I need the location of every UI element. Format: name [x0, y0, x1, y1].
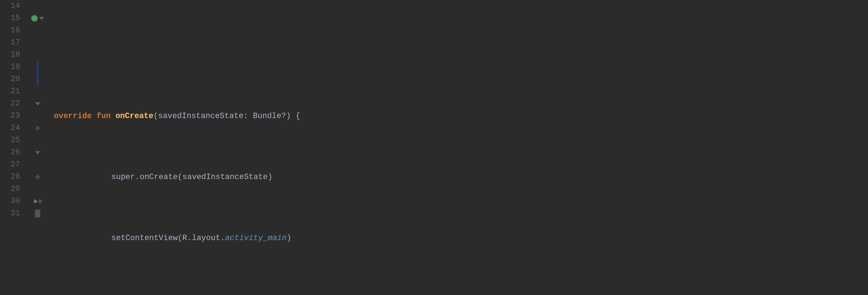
fold-icon-15[interactable]: [39, 17, 44, 20]
code-content: override fun onCreate(savedInstanceState…: [47, 0, 868, 295]
line-num-25: 25: [4, 134, 24, 146]
code-line-14: [54, 49, 868, 61]
gutter: [29, 0, 47, 295]
gutter-24: [29, 122, 47, 134]
scroll-indicator: [35, 210, 40, 217]
line-num-24: 24: [4, 122, 24, 134]
gutter-16: [29, 24, 47, 37]
line-num-31: 31: [4, 207, 24, 220]
gutter-20: [29, 73, 47, 85]
line-num-18: 18: [4, 49, 24, 61]
code-line-16: super.onCreate(savedInstanceState): [54, 171, 868, 183]
line-num-20: 20: [4, 73, 24, 85]
code-line-17: setContentView(R.layout.activity_main): [54, 233, 868, 245]
gutter-23: [29, 110, 47, 122]
code-line-15: override fun onCreate(savedInstanceState…: [54, 110, 868, 122]
code-editor: 14 15 16 17 18 19 20 21 22 23 24 25 26 2…: [0, 0, 868, 295]
ref-activity-main: activity_main: [225, 234, 287, 243]
param-savedinstancestate: savedInstanceState: [158, 110, 243, 122]
line-num-21: 21: [4, 85, 24, 98]
gutter-27: [29, 159, 47, 171]
play-icon-30[interactable]: [34, 199, 38, 203]
gutter-19: [29, 61, 47, 73]
gutter-21: [29, 85, 47, 98]
fold-icon-26[interactable]: [35, 151, 40, 154]
line-num-22: 22: [4, 98, 24, 110]
gutter-22[interactable]: [29, 98, 47, 110]
gutter-15[interactable]: [29, 12, 47, 24]
line-num-19: 19: [4, 61, 24, 73]
line-num-26: 26: [4, 146, 24, 159]
line-num-30: 30: [4, 195, 24, 207]
keyword-override: override: [54, 110, 92, 122]
line-num-28: 28: [4, 171, 24, 183]
fold-icon-22[interactable]: [35, 102, 40, 106]
gutter-29: [29, 183, 47, 195]
line-num-16: 16: [4, 24, 24, 37]
line-num-15: 15: [4, 12, 24, 24]
gutter-14: [29, 0, 47, 12]
gutter-28: [29, 171, 47, 183]
line-num-29: 29: [4, 183, 24, 195]
gutter-31: [29, 207, 47, 220]
gutter-17: [29, 37, 47, 49]
call-setcontentview: setContentView(R.layout.activity_main): [111, 232, 291, 244]
line-num-23: 23: [4, 110, 24, 122]
gutter-18: [29, 49, 47, 61]
gutter-25: [29, 134, 47, 146]
diamond-icon-30: [38, 199, 42, 203]
type-bundle: Bundle?: [253, 110, 286, 122]
blue-bar-19: [37, 61, 38, 73]
line-num-17: 17: [4, 37, 24, 49]
call-super-oncreate: super.onCreate(savedInstanceState): [111, 171, 272, 183]
code-line-18: [54, 294, 868, 295]
breakpoint-icon: [31, 15, 38, 22]
diamond-icon-28: [36, 175, 39, 179]
gutter-26[interactable]: [29, 146, 47, 159]
line-num-14: 14: [4, 0, 24, 12]
line-numbers: 14 15 16 17 18 19 20 21 22 23 24 25 26 2…: [0, 0, 29, 295]
line-num-27: 27: [4, 159, 24, 171]
blue-bar-20: [37, 73, 38, 85]
function-oncreate: onCreate: [116, 110, 154, 122]
diamond-icon-24: [36, 126, 39, 130]
keyword-fun: fun: [97, 110, 111, 122]
gutter-30[interactable]: [29, 195, 47, 207]
